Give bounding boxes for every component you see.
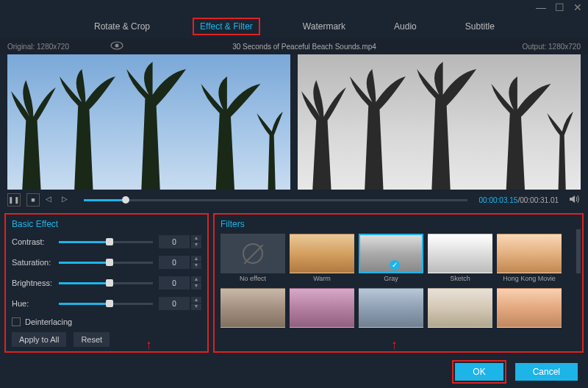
filter-label: Hong Kong Movie xyxy=(503,275,556,284)
tab-effect-filter[interactable]: Effect & Filter xyxy=(193,18,260,35)
filter-thumb[interactable] xyxy=(497,288,562,328)
slider-brightness[interactable] xyxy=(59,282,153,284)
tab-audio[interactable]: Audio xyxy=(388,19,423,34)
output-resolution: Output: 1280x720 xyxy=(485,43,581,51)
basic-effect-title: Basic Effect xyxy=(12,219,201,229)
filter-thumb[interactable] xyxy=(290,288,354,328)
filter-thumb[interactable] xyxy=(220,288,285,328)
maximize-button[interactable]: ☐ xyxy=(555,1,564,13)
ok-button[interactable]: OK xyxy=(455,363,503,381)
filter-label: Sketch xyxy=(450,275,470,284)
svg-point-1 xyxy=(115,44,119,48)
annotation-arrow-icon: ↑ xyxy=(391,337,398,353)
filters-title: Filters xyxy=(220,219,576,229)
spin-up-button[interactable]: ▲ xyxy=(191,235,201,242)
eye-icon[interactable] xyxy=(110,41,123,51)
filter-thumb[interactable] xyxy=(290,234,354,273)
slider-value[interactable]: 0 xyxy=(159,235,190,248)
time-current: 00:00:03.15 xyxy=(479,196,518,204)
volume-icon[interactable] xyxy=(569,194,581,206)
pause-button[interactable]: ❚❚ xyxy=(7,193,21,206)
spin-up-button[interactable]: ▲ xyxy=(191,256,201,262)
tab-watermark[interactable]: Watermark xyxy=(297,19,351,34)
seek-bar[interactable] xyxy=(84,199,467,201)
filter-label: Warm xyxy=(313,275,331,284)
slider-label: Contrast: xyxy=(12,237,59,246)
slider-hue[interactable] xyxy=(59,303,153,305)
filters-panel: Filters No effectWarm✓GraySketchHong Kon… xyxy=(213,213,584,353)
spin-up-button[interactable]: ▲ xyxy=(191,297,201,303)
tab-bar: Rotate & Crop Effect & Filter Watermark … xyxy=(0,15,588,38)
filter-label: Gray xyxy=(384,275,398,284)
prev-frame-button[interactable]: ◁ xyxy=(46,195,56,205)
slider-label: Hue: xyxy=(12,299,59,308)
preview-original xyxy=(7,54,290,190)
original-resolution: Original: 1280x720 xyxy=(7,43,103,51)
spin-down-button[interactable]: ▼ xyxy=(191,262,201,269)
time-total: 00:00:31.01 xyxy=(520,196,559,204)
slider-label: Saturation: xyxy=(12,258,59,267)
filters-scrollbar[interactable] xyxy=(576,229,581,273)
spin-up-button[interactable]: ▲ xyxy=(191,276,201,283)
next-frame-button[interactable]: ▷ xyxy=(62,195,72,205)
cancel-button[interactable]: Cancel xyxy=(515,363,578,381)
stop-button[interactable]: ■ xyxy=(26,193,40,206)
slider-label: Brightness: xyxy=(12,279,59,287)
spin-down-button[interactable]: ▼ xyxy=(191,242,201,248)
tab-subtitle[interactable]: Subtitle xyxy=(459,19,501,34)
checkmark-icon: ✓ xyxy=(390,260,400,270)
slider-value[interactable]: 0 xyxy=(159,256,190,269)
reset-button[interactable]: Reset xyxy=(74,332,110,347)
filter-thumb[interactable] xyxy=(359,288,423,328)
preview-output xyxy=(298,54,581,190)
slider-saturation[interactable] xyxy=(59,262,153,264)
filter-thumb[interactable]: ✓ xyxy=(359,234,423,273)
filter-thumb[interactable] xyxy=(428,288,492,328)
slider-value[interactable]: 0 xyxy=(159,276,190,290)
minimize-button[interactable]: — xyxy=(536,1,546,13)
filename: 30 Seconds of Peaceful Beach Sounds.mp4 xyxy=(123,43,485,51)
annotation-arrow-icon: ↑ xyxy=(146,337,152,353)
deinterlacing-checkbox[interactable]: Deinterlacing xyxy=(12,317,201,326)
slider-contrast[interactable] xyxy=(59,241,153,243)
filter-thumb[interactable] xyxy=(428,234,492,273)
apply-to-all-button[interactable]: Apply to All xyxy=(12,332,66,347)
basic-effect-panel: Basic Effect Contrast: 0 ▲▼Saturation: 0… xyxy=(4,213,209,353)
spin-down-button[interactable]: ▼ xyxy=(191,283,201,290)
slider-value[interactable]: 0 xyxy=(159,297,190,310)
filter-label: No effect xyxy=(240,275,266,284)
filter-thumb-noeffect[interactable] xyxy=(220,234,285,273)
spin-down-button[interactable]: ▼ xyxy=(191,303,201,310)
tab-rotate-crop[interactable]: Rotate & Crop xyxy=(88,19,156,34)
filter-thumb[interactable] xyxy=(497,234,562,273)
time-display: 00:00:03.15/00:00:31.01 xyxy=(479,196,559,204)
close-button[interactable]: ✕ xyxy=(573,1,582,13)
